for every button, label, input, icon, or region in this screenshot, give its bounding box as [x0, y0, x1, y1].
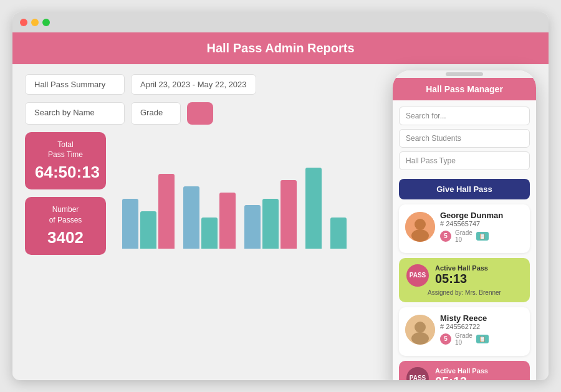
phone-body: Search for... Search Students Hall Pass … — [393, 100, 536, 380]
hall-pass-type-placeholder: Hall Pass Type — [406, 156, 456, 165]
pass-time-2: 05:13 — [435, 375, 488, 380]
bar-teal-5 — [330, 218, 347, 249]
total-pass-time-card: TotalPass Time 64:50:13 — [25, 132, 106, 190]
svg-point-4 — [415, 322, 426, 333]
close-dot[interactable] — [20, 19, 27, 26]
student-name-2: Misty Reece — [440, 313, 524, 323]
date-range-filter[interactable]: April 23, 2023 - May 22, 2023 — [131, 74, 256, 95]
svg-point-2 — [411, 229, 429, 242]
bar-teal-3 — [262, 199, 279, 249]
browser-chrome — [12, 12, 549, 32]
total-pass-time-label: TotalPass Time — [35, 140, 96, 161]
hall-pass-type-input[interactable]: Hall Pass Type — [399, 151, 530, 170]
bar-blue-1 — [122, 199, 138, 249]
phone-mockup: Hall Pass Manager Search for... Search S… — [393, 70, 536, 380]
bar-pink-3 — [280, 180, 297, 249]
bar-teal-1 — [140, 211, 156, 249]
student-id-1: # 245565747 — [440, 220, 524, 227]
chart-area — [116, 132, 380, 255]
avatar-2 — [405, 315, 435, 345]
bar-group-3 — [244, 180, 297, 249]
search-by-name-input[interactable]: Search by Name — [25, 102, 125, 125]
bar-group-4 — [305, 168, 322, 249]
date-range-label: April 23, 2023 - May 22, 2023 — [140, 80, 247, 89]
student-details-2: Misty Reece # 245562722 5 Grade10 📋 — [440, 313, 524, 346]
pass-label-2: Active Hall Pass — [435, 367, 488, 375]
student-name-1: George Dunman — [440, 211, 524, 220]
number-of-passes-card: Numberof Passes 3402 — [25, 197, 106, 255]
student-meta-2: 5 Grade10 📋 — [440, 332, 524, 346]
student-card-1[interactable]: George Dunman # 245565747 5 Grade10 📋 — [399, 204, 530, 253]
pass-icon-1: PASS — [406, 264, 429, 287]
svg-point-5 — [411, 332, 429, 345]
phone-title: Hall Pass Manager — [426, 84, 503, 94]
info-icon-2: 📋 — [476, 335, 489, 343]
bar-pink-1 — [158, 174, 175, 249]
number-of-passes-label: Numberof Passes — [35, 204, 96, 226]
browser-window: Hall Pass Admin Reports Hall Pass Summar… — [12, 12, 549, 380]
avatar-1 — [405, 212, 435, 242]
info-icon-1: 📋 — [476, 232, 489, 241]
summary-filter[interactable]: Hall Pass Summary — [25, 74, 125, 95]
phone-notch-bar — [393, 70, 536, 78]
student-info-row-2: Misty Reece # 245562722 5 Grade10 📋 — [405, 313, 524, 346]
student-card-2[interactable]: Misty Reece # 245562722 5 Grade10 📋 — [399, 307, 530, 356]
grade-badge-2: 5 — [440, 333, 451, 345]
stats-area: TotalPass Time 64:50:13 Numberof Passes … — [25, 132, 380, 255]
phone-notch — [446, 72, 483, 76]
grade-filter[interactable]: Grade — [131, 102, 181, 125]
pass-label-1: Active Hall Pass — [435, 264, 488, 272]
pass-time-1: 05:13 — [435, 272, 488, 286]
assigned-by-1: Assigned by: Mrs. Brenner — [406, 289, 522, 296]
filter-row-2: Search by Name Grade — [25, 102, 380, 125]
pass-card-active-1: PASS Active Hall Pass 05:13 Assigned by:… — [399, 258, 530, 302]
search-students-placeholder: Search Students — [406, 134, 461, 143]
pass-card-inner-2: PASS Active Hall Pass 05:13 — [406, 367, 522, 380]
bar-group-5 — [330, 218, 347, 249]
search-by-name-label: Search by Name — [34, 108, 95, 117]
student-info-row-1: George Dunman # 245565747 5 Grade10 📋 — [405, 211, 524, 243]
pass-card-inner-1: PASS Active Hall Pass 05:13 — [406, 264, 522, 287]
bar-teal-2 — [201, 218, 218, 249]
minimize-dot[interactable] — [31, 19, 39, 26]
student-id-2: # 245562722 — [440, 323, 524, 330]
bar-group-2 — [183, 186, 236, 249]
pass-info-2: Active Hall Pass 05:13 — [435, 367, 488, 380]
maximize-dot[interactable] — [42, 19, 50, 26]
bar-teal-4 — [305, 168, 322, 249]
pass-icon-2: PASS — [406, 367, 429, 380]
app-header: Hall Pass Admin Reports — [12, 32, 549, 64]
grade-level-2: Grade10 — [455, 332, 472, 346]
student-meta-1: 5 Grade10 📋 — [440, 229, 524, 243]
total-pass-time-value: 64:50:13 — [35, 163, 96, 182]
bar-group-1 — [122, 174, 175, 249]
grade-label: Grade — [140, 108, 163, 117]
left-panel: Hall Pass Summary April 23, 2023 - May 2… — [12, 64, 393, 380]
filter-row-1: Hall Pass Summary April 23, 2023 - May 2… — [25, 74, 380, 95]
grade-badge-1: 5 — [440, 231, 451, 242]
summary-label: Hall Pass Summary — [34, 80, 105, 89]
bar-blue-2 — [183, 186, 199, 249]
student-details-1: George Dunman # 245565747 5 Grade10 📋 — [440, 211, 524, 243]
bar-blue-3 — [244, 205, 261, 249]
give-hall-pass-button[interactable]: Give Hall Pass — [399, 179, 530, 199]
color-filter[interactable] — [187, 102, 213, 125]
pass-card-active-2: PASS Active Hall Pass 05:13 — [399, 361, 530, 380]
grade-level-1: Grade10 — [455, 229, 472, 243]
svg-point-1 — [415, 219, 426, 230]
app-title: Hall Pass Admin Reports — [206, 41, 354, 55]
number-of-passes-value: 3402 — [35, 228, 96, 247]
pass-info-1: Active Hall Pass 05:13 — [435, 264, 488, 286]
stat-cards: TotalPass Time 64:50:13 Numberof Passes … — [25, 132, 106, 255]
search-for-input[interactable]: Search for... — [399, 107, 530, 125]
app-body: Hall Pass Summary April 23, 2023 - May 2… — [12, 64, 549, 380]
search-for-placeholder: Search for... — [406, 112, 446, 120]
phone-header: Hall Pass Manager — [393, 78, 536, 100]
bar-pink-2 — [219, 193, 236, 249]
search-students-input[interactable]: Search Students — [399, 129, 530, 148]
